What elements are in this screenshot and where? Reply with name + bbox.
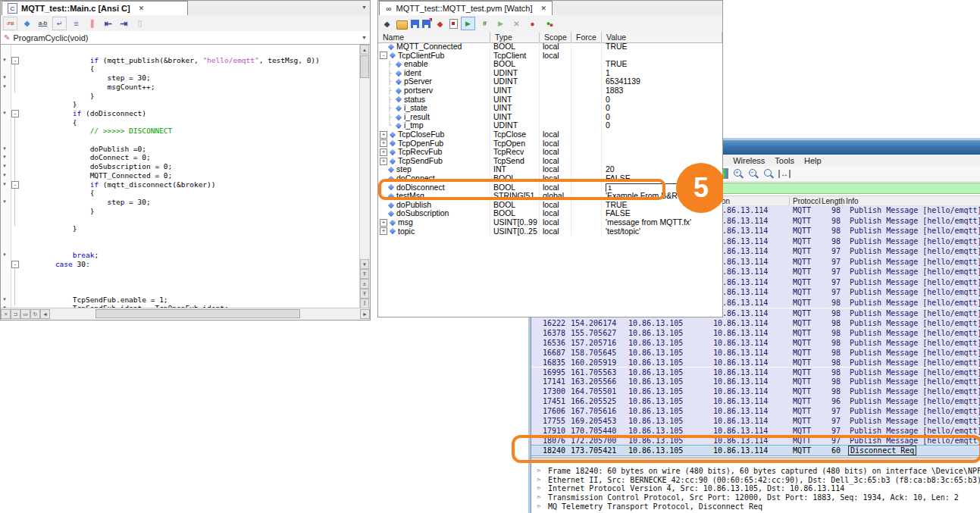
watch-row[interactable]: -TcpClientFubTcpClientlocal <box>378 52 722 61</box>
close-icon[interactable]: ✕ <box>540 5 546 12</box>
fold-collapse-icon[interactable]: - <box>11 181 19 189</box>
expand-icon[interactable]: + <box>380 158 387 165</box>
fold-collapse-icon[interactable]: - <box>11 261 19 268</box>
watch-column-type[interactable]: Type <box>490 32 540 42</box>
packet-row[interactable]: 17451166.20552510.86.13.10510.86.13.114M… <box>531 396 980 406</box>
packet-row[interactable]: 17910170.70544010.86.13.10510.86.13.114M… <box>531 426 980 436</box>
packet-row[interactable]: 17606167.70561610.86.13.10510.86.13.114M… <box>531 406 980 416</box>
bookmark-next-icon[interactable]: Ŧ <box>360 289 369 299</box>
menu-tools[interactable]: Tools <box>775 156 794 165</box>
watch-row[interactable]: +topicUSINT[0..25local'test/topic' <box>378 227 722 236</box>
packet-row-selected[interactable]: 18240173.70542110.86.13.10510.86.13.114M… <box>531 446 980 455</box>
watch-row[interactable]: stepINTlocal20 <box>378 165 722 174</box>
tab-watch[interactable]: ∞ MQTT_test::MQTT_test.pvm [Watch] ✕ <box>379 1 553 15</box>
packet-row[interactable]: 16222154.20617410.86.13.10510.86.13.114M… <box>531 318 980 328</box>
indent-right-icon[interactable]: ⇥ <box>117 17 130 30</box>
menu-wireless[interactable]: Wireless <box>733 156 765 165</box>
packet-row[interactable]: 16687158.70564510.86.13.10510.86.13.114M… <box>531 348 980 358</box>
watch-row[interactable]: ├enableBOOLTRUE <box>378 60 722 69</box>
horizontal-scrollbar[interactable]: ≡ ⊐ ▭ ↻ ◄ ► <box>1 308 370 320</box>
expand-arrow-icon[interactable]: ▷ <box>537 494 540 500</box>
watch-row[interactable]: doSubscriptionBOOLlocalFALSE <box>378 209 722 218</box>
window-mode-icon[interactable]: ▭ <box>20 309 30 319</box>
watch-row[interactable]: ├i_resultUINT0 <box>378 113 722 122</box>
detail-row[interactable]: ▷Ethernet II, Src: BERNECKE_42:cc:90 (00… <box>531 476 980 485</box>
collapse-icon[interactable]: - <box>380 52 387 59</box>
monitor-mode-icon[interactable]: ⊐ <box>11 309 20 319</box>
watch-row[interactable]: +TcpRecvFubTcpRecvlocal <box>378 148 722 157</box>
detail-row[interactable]: ▷Internet Protocol Version 4, Src: 10.86… <box>531 484 980 493</box>
record-icon[interactable]: ● <box>526 17 539 30</box>
expand-arrow-icon[interactable]: ▷ <box>537 468 540 474</box>
watch-row[interactable]: doConnectBOOLlocalFALSE <box>378 174 722 183</box>
split-view-icon[interactable]: ≡ <box>1 309 11 319</box>
tab-list-dropdown-icon[interactable]: ▼ <box>362 5 367 10</box>
fold-collapse-icon[interactable]: - <box>11 110 19 117</box>
detail-row[interactable]: ▷Frame 18240: 60 bytes on wire (480 bits… <box>531 467 980 476</box>
watch-row[interactable]: ├identUDINT1 <box>378 69 722 78</box>
watch-row[interactable]: └i_tmpUDINT0 <box>378 121 722 130</box>
watch-column-force[interactable]: Force <box>571 32 602 42</box>
watch-row[interactable]: +TcpCloseFubTcpCloselocal <box>378 130 722 139</box>
start-stop-record-icon[interactable]: ● <box>542 17 555 30</box>
zoom-out-icon[interactable]: − <box>748 168 759 179</box>
bookmark-toggle-icon[interactable]: ± <box>360 279 369 289</box>
hscroll-track[interactable] <box>50 309 360 319</box>
function-selector[interactable]: ✎ ProgramCyclic(void) ▼ <box>1 31 370 45</box>
open-watch-icon[interactable] <box>396 20 408 30</box>
vscroll-thumb[interactable] <box>360 55 369 78</box>
expand-icon[interactable]: + <box>380 149 387 156</box>
force-values-icon[interactable]: # <box>478 17 491 30</box>
record-page-icon[interactable] <box>449 19 458 29</box>
resize-columns-icon[interactable]: ↔ <box>778 170 791 178</box>
chevron-down-icon[interactable]: ▼ <box>362 35 367 40</box>
menu-help[interactable]: Help <box>804 156 822 165</box>
code-area[interactable]: ▼▼▼▼▼▼▼▼▼▼▼▼▼ ---- if (mqtt_publish(&bro… <box>1 45 370 309</box>
expand-icon[interactable]: + <box>380 131 387 139</box>
vertical-scrollbar[interactable]: ▲ ▼ Ŧ ± Ŧ Ī <box>359 45 370 309</box>
watch-row[interactable]: ├i_stateUINT0 <box>378 104 722 113</box>
watch-column-scope[interactable]: Scope <box>540 32 571 42</box>
watch-row[interactable]: +TcpOpenFubTcpOpenlocal <box>378 139 722 149</box>
format-icon[interactable]: ≡ <box>70 17 83 30</box>
packet-row[interactable]: 17141163.20556610.86.13.10510.86.13.114M… <box>531 377 980 386</box>
cancel-force-icon[interactable]: ✕ <box>510 17 523 30</box>
expand-arrow-icon[interactable]: ▷ <box>537 503 540 509</box>
watch-row[interactable]: ├pServerUDINT65341139 <box>378 77 722 86</box>
tab-main-c[interactable]: C MQTT_test::Main.c [Ansi C] ✕ <box>2 1 188 15</box>
remove-variable-icon[interactable]: ◆ <box>434 17 446 30</box>
insert-variable-icon[interactable]: ◆ <box>380 17 393 30</box>
watch-row[interactable]: MQTT_ConnectedBOOLlocalTRUE <box>378 42 722 52</box>
fold-collapse-icon[interactable]: - <box>11 57 19 64</box>
refresh-icon[interactable]: ↻ <box>30 309 40 319</box>
scroll-down-icon[interactable]: ▼ <box>360 259 369 269</box>
detail-row[interactable]: ▷Transmission Control Protocol, Src Port… <box>531 493 980 502</box>
save-as-icon[interactable] <box>422 20 431 28</box>
value-edit-input[interactable]: 1 <box>606 183 698 192</box>
packet-row[interactable]: 17300164.70550110.86.13.10510.86.13.114M… <box>531 386 980 396</box>
expand-icon[interactable]: + <box>380 139 387 147</box>
scroll-right-icon[interactable]: ► <box>360 309 370 319</box>
packet-row[interactable]: 16536157.20571610.86.13.10510.86.13.114M… <box>531 338 980 348</box>
close-icon[interactable]: ✕ <box>139 5 145 12</box>
expand-arrow-icon[interactable]: ▷ <box>537 477 540 483</box>
packet-row[interactable]: 16378155.70562710.86.13.10510.86.13.114M… <box>531 328 980 338</box>
save-icon[interactable] <box>411 20 419 28</box>
scroll-left-icon[interactable]: ◄ <box>40 309 50 319</box>
watch-header[interactable]: NameTypeScopeForceValue <box>378 32 722 43</box>
packet-row[interactable]: 16995161.70556310.86.13.10510.86.13.114M… <box>531 368 980 377</box>
watch-row[interactable]: testMsgSTRING[51global'Example From B&R … <box>378 192 722 201</box>
packet-row[interactable]: 18076172.20570010.86.13.10510.86.13.114M… <box>531 436 980 446</box>
expand-icon[interactable]: + <box>380 227 387 235</box>
detail-row[interactable]: ▷MQ Telemetry Transport Protocol, Discon… <box>531 502 980 511</box>
packet-row[interactable]: 17755169.20545310.86.13.10510.86.13.114M… <box>531 416 980 426</box>
watch-row[interactable]: doDisconnectBOOLlocal1 <box>378 183 722 192</box>
watch-column-value[interactable]: Value <box>602 32 722 42</box>
hscroll-thumb[interactable] <box>95 309 300 318</box>
goto-top-icon[interactable]: Ŧ <box>360 269 369 279</box>
bookmark-icon[interactable]: ❚ <box>86 17 99 30</box>
new-doc-icon[interactable]: ▯ <box>133 17 146 30</box>
expand-arrow-icon[interactable]: ▷ <box>537 485 540 491</box>
indent-left-icon[interactable]: ⇤ <box>102 17 114 30</box>
watch-row[interactable]: ├portservUINT1883 <box>378 86 722 95</box>
